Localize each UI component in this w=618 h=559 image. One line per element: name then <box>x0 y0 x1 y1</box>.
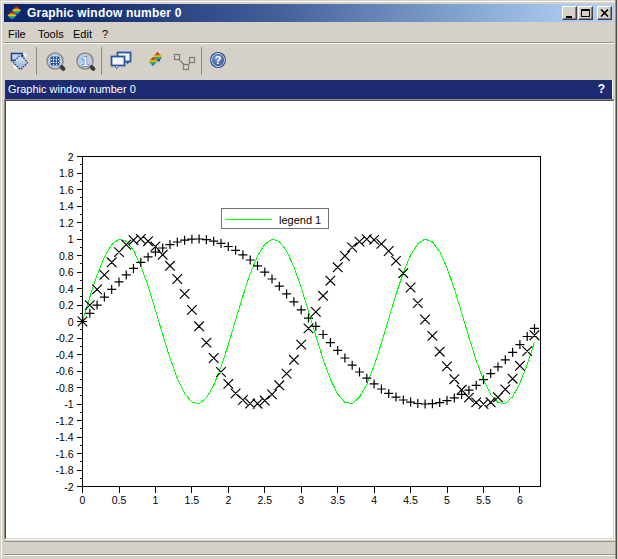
svg-text:-1: -1 <box>64 398 73 410</box>
svg-text:1.2: 1.2 <box>59 217 74 229</box>
svg-text:3: 3 <box>298 494 304 506</box>
svg-text:1: 1 <box>68 233 74 245</box>
svg-text:2: 2 <box>68 151 74 163</box>
svg-text:5: 5 <box>444 494 450 506</box>
svg-text:0.2: 0.2 <box>59 299 74 311</box>
svg-text:0.8: 0.8 <box>59 250 74 262</box>
svg-text:-0.4: -0.4 <box>55 349 73 361</box>
svg-text:-0.2: -0.2 <box>55 332 73 344</box>
svg-text:1: 1 <box>152 494 158 506</box>
svg-text:-2: -2 <box>64 481 73 493</box>
svg-text:2.5: 2.5 <box>257 494 272 506</box>
svg-text:4.5: 4.5 <box>403 494 418 506</box>
svg-text:-0.8: -0.8 <box>55 382 73 394</box>
svg-text:legend 1: legend 1 <box>279 214 321 226</box>
svg-text:?: ? <box>214 54 221 66</box>
svg-text:0: 0 <box>68 316 74 328</box>
svg-text:2: 2 <box>225 494 231 506</box>
svg-text:0.6: 0.6 <box>59 266 74 278</box>
svg-text:-1.2: -1.2 <box>55 415 73 427</box>
svg-text:0.4: 0.4 <box>59 283 74 295</box>
svg-text:1: 1 <box>81 54 88 69</box>
svg-text:4: 4 <box>371 494 377 506</box>
svg-text:-0.6: -0.6 <box>55 365 73 377</box>
svg-text:1.8: 1.8 <box>59 167 74 179</box>
svg-text:1.4: 1.4 <box>59 200 74 212</box>
svg-text:5.5: 5.5 <box>476 494 491 506</box>
svg-text:-1.4: -1.4 <box>55 431 73 443</box>
svg-text:-1.8: -1.8 <box>55 464 73 476</box>
svg-text:0.5: 0.5 <box>112 494 127 506</box>
svg-text:3.5: 3.5 <box>330 494 345 506</box>
svg-text:-1.6: -1.6 <box>55 448 73 460</box>
svg-text:1.6: 1.6 <box>59 184 74 196</box>
svg-text:0: 0 <box>80 494 86 506</box>
svg-text:6: 6 <box>517 494 523 506</box>
svg-text:1.5: 1.5 <box>185 494 200 506</box>
